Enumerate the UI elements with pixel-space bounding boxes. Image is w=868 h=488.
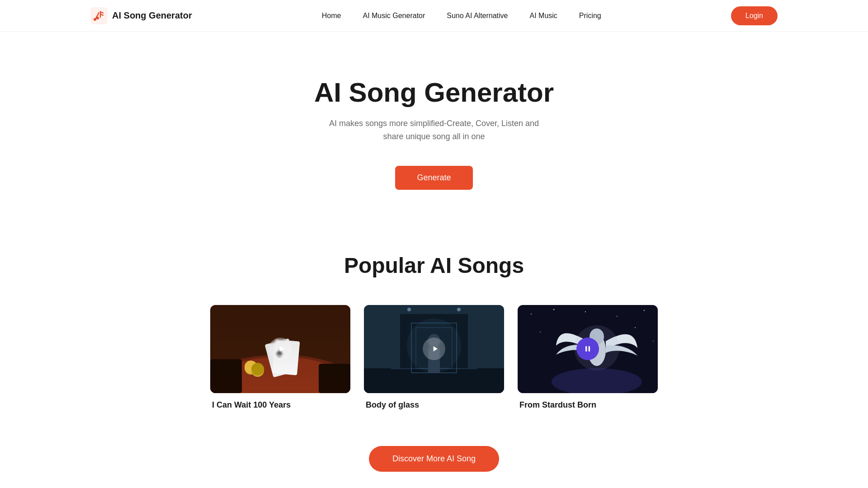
nav-ai-music-generator[interactable]: AI Music Generator bbox=[363, 12, 425, 19]
svg-point-32 bbox=[585, 311, 586, 312]
song-thumbnail-3 bbox=[518, 305, 658, 393]
popular-songs-section: Popular AI Songs ♠ bbox=[0, 217, 868, 437]
svg-point-28 bbox=[457, 308, 461, 311]
svg-point-33 bbox=[617, 316, 618, 317]
svg-point-36 bbox=[635, 327, 636, 328]
svg-point-35 bbox=[540, 332, 541, 333]
songs-grid: ♠ bbox=[90, 305, 778, 410]
svg-rect-0 bbox=[90, 7, 108, 24]
hero-section: AI Song Generator AI makes songs more si… bbox=[0, 32, 868, 217]
nav-home[interactable]: Home bbox=[322, 12, 341, 19]
svg-point-30 bbox=[531, 314, 532, 314]
svg-point-27 bbox=[407, 308, 411, 311]
song-title-3: From Stardust Born bbox=[518, 400, 658, 410]
svg-rect-26 bbox=[364, 305, 504, 314]
song-title-2: Body of glass bbox=[364, 400, 504, 410]
song-thumbnail-2 bbox=[364, 305, 504, 393]
svg-point-2 bbox=[96, 17, 99, 19]
play-icon-2 bbox=[430, 344, 439, 353]
hero-subtitle: AI makes songs more simplified-Create, C… bbox=[321, 117, 547, 143]
nav-menu: Home AI Music Generator Suno AI Alternat… bbox=[322, 12, 601, 20]
play-button-1[interactable] bbox=[269, 338, 292, 360]
svg-point-34 bbox=[644, 310, 645, 311]
play-button-2[interactable] bbox=[423, 338, 445, 360]
song-card-3[interactable]: From Stardust Born bbox=[518, 305, 658, 410]
svg-point-37 bbox=[653, 341, 654, 342]
svg-point-1 bbox=[94, 18, 96, 21]
pause-button-3[interactable] bbox=[576, 338, 599, 360]
svg-point-31 bbox=[553, 309, 555, 310]
play-icon-1 bbox=[277, 344, 286, 353]
discover-section: Discover More AI Song bbox=[0, 437, 868, 488]
logo-icon bbox=[90, 7, 108, 24]
navbar: AI Song Generator Home AI Music Generato… bbox=[0, 0, 868, 32]
nav-ai-music[interactable]: AI Music bbox=[530, 12, 557, 19]
song-thumbnail-1: ♠ bbox=[210, 305, 350, 393]
nav-suno-alternative[interactable]: Suno AI Alternative bbox=[447, 12, 508, 19]
song-title-1: I Can Wait 100 Years bbox=[210, 400, 350, 410]
song-card-2[interactable]: Body of glass bbox=[364, 305, 504, 410]
pause-icon-3 bbox=[583, 344, 592, 353]
song-card-1[interactable]: ♠ bbox=[210, 305, 350, 410]
nav-pricing[interactable]: Pricing bbox=[579, 12, 601, 19]
generate-button[interactable]: Generate bbox=[395, 166, 472, 190]
hero-title: AI Song Generator bbox=[90, 77, 778, 108]
login-button[interactable]: Login bbox=[731, 6, 778, 25]
discover-more-button[interactable]: Discover More AI Song bbox=[369, 446, 499, 472]
popular-section-title: Popular AI Songs bbox=[90, 253, 778, 278]
logo-text: AI Song Generator bbox=[112, 10, 192, 21]
logo[interactable]: AI Song Generator bbox=[90, 7, 192, 24]
